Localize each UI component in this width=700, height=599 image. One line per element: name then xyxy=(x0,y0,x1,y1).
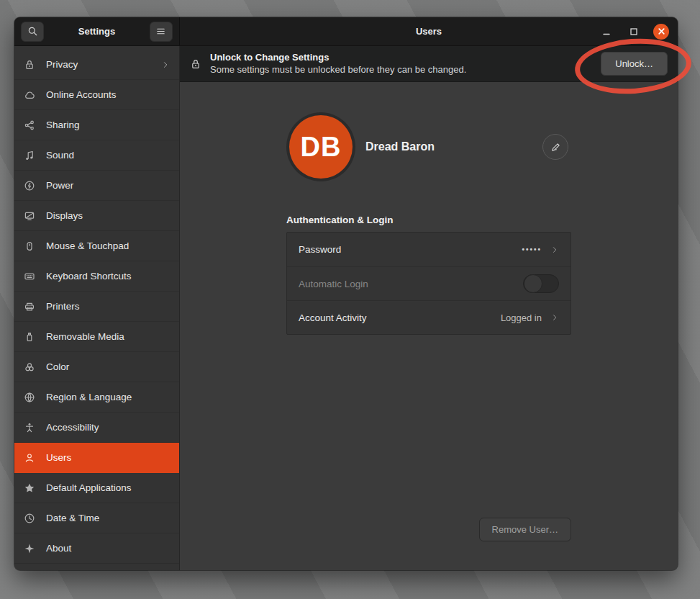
row-label: Automatic Login xyxy=(299,279,368,289)
sidebar-item-label: Displays xyxy=(46,210,83,221)
cloud-icon xyxy=(24,89,35,101)
row-right: ••••• xyxy=(522,246,559,254)
sidebar-item-mouse-touchpad[interactable]: Mouse & Touchpad xyxy=(14,231,179,261)
sidebar-item-accessibility[interactable]: Accessibility xyxy=(14,413,179,443)
lock-icon xyxy=(190,58,201,70)
sidebar-item-keyboard-shortcuts[interactable]: Keyboard Shortcuts xyxy=(14,261,179,292)
display-icon xyxy=(24,210,35,222)
sidebar-item-label: Date & Time xyxy=(46,513,99,523)
sidebar-item-power[interactable]: Power xyxy=(14,171,179,201)
settings-window: Settings Users PrivacyOnline AccountsSha… xyxy=(14,17,678,570)
sidebar-item-date-time[interactable]: Date & Time xyxy=(14,503,179,533)
sidebar-item-displays[interactable]: Displays xyxy=(14,201,179,231)
printer-icon xyxy=(24,301,35,312)
chevron-right-icon xyxy=(550,313,559,322)
sidebar-item-default-applications[interactable]: Default Applications xyxy=(14,473,179,503)
sidebar-item-label: About xyxy=(46,543,71,554)
hamburger-icon xyxy=(155,26,166,37)
color-icon xyxy=(24,361,35,373)
sparkle-icon xyxy=(24,543,35,554)
sidebar-item-label: Privacy xyxy=(46,59,78,70)
window-controls xyxy=(599,24,678,40)
row-value: Logged in xyxy=(501,312,542,323)
remove-user-button[interactable]: Remove User… xyxy=(479,518,571,541)
toggle-knob xyxy=(524,274,542,293)
sidebar-item-label: Printers xyxy=(46,301,80,312)
users-icon xyxy=(24,452,35,464)
automatic-login-toggle[interactable] xyxy=(523,274,559,293)
sidebar-item-label: Accessibility xyxy=(46,422,99,433)
sidebar-item-label: Sharing xyxy=(46,120,80,130)
lock-icon xyxy=(24,59,35,71)
sound-icon xyxy=(24,150,35,161)
maximize-button[interactable] xyxy=(626,24,642,40)
power-icon xyxy=(24,180,35,192)
keyboard-icon xyxy=(24,271,35,282)
usb-icon xyxy=(24,331,35,343)
sidebar-item-label: Users xyxy=(46,452,71,463)
app-title: Settings xyxy=(78,26,115,37)
auth-section-title: Authentication & Login xyxy=(286,215,571,225)
share-icon xyxy=(24,120,35,131)
close-button[interactable] xyxy=(653,24,669,40)
search-button[interactable] xyxy=(21,22,44,42)
globe-icon xyxy=(24,392,35,403)
sidebar-item-sound[interactable]: Sound xyxy=(14,140,179,171)
sidebar-item-region-language[interactable]: Region & Language xyxy=(14,382,179,413)
user-name: Dread Baron xyxy=(365,140,435,153)
maximize-icon xyxy=(629,27,638,36)
sidebar-item-label: Removable Media xyxy=(46,331,124,342)
star-icon xyxy=(24,482,35,494)
row-right xyxy=(523,274,559,293)
clock-icon xyxy=(24,513,35,524)
row-label: Account Activity xyxy=(299,312,367,323)
sidebar-item-label: Keyboard Shortcuts xyxy=(46,271,132,282)
sidebar-item-label: Power xyxy=(46,180,73,191)
sidebar-item-label: Sound xyxy=(46,150,74,161)
close-icon xyxy=(658,27,665,35)
banner-title: Unlock to Change Settings xyxy=(210,52,466,63)
row-right: Logged in xyxy=(501,312,559,323)
sidebar-item-about[interactable]: About xyxy=(14,533,179,564)
sidebar-item-removable-media[interactable]: Removable Media xyxy=(14,322,179,352)
sidebar-item-privacy[interactable]: Privacy xyxy=(14,50,179,80)
unlock-banner: Unlock to Change Settings Some settings … xyxy=(180,46,678,82)
sidebar-item-label: Online Accounts xyxy=(46,89,117,100)
titlebar: Settings Users xyxy=(14,17,678,46)
row-value: ••••• xyxy=(522,246,542,253)
content-column: DB Dread Baron Authentication & Login Pa… xyxy=(286,115,571,335)
sidebar-item-printers[interactable]: Printers xyxy=(14,292,179,322)
main-header: Users xyxy=(180,17,678,45)
pencil-icon xyxy=(550,142,561,153)
settings-row-account-activity[interactable]: Account ActivityLogged in xyxy=(287,300,571,334)
sidebar-header: Settings xyxy=(14,17,180,45)
sidebar-item-color[interactable]: Color xyxy=(14,352,179,382)
banner-subtitle: Some settings must be unlocked before th… xyxy=(210,64,466,76)
user-row: DB Dread Baron xyxy=(286,115,571,179)
minimize-button[interactable] xyxy=(599,24,614,40)
sidebar-item-label: Default Applications xyxy=(46,482,132,493)
sidebar-item-label: Mouse & Touchpad xyxy=(46,240,129,251)
menu-button[interactable] xyxy=(150,22,173,42)
window-body: PrivacyOnline AccountsSharingSoundPowerD… xyxy=(14,46,678,570)
sidebar-item-label: Color xyxy=(46,361,69,372)
chevron-right-icon xyxy=(550,246,559,254)
row-label: Password xyxy=(299,244,341,255)
settings-row-password[interactable]: Password••••• xyxy=(287,233,571,266)
search-icon xyxy=(27,26,38,37)
auth-list: Password•••••Automatic LoginAccount Acti… xyxy=(286,232,571,335)
sidebar-item-label: Region & Language xyxy=(46,392,132,402)
sidebar-item-users[interactable]: Users xyxy=(14,443,179,473)
edit-name-button[interactable] xyxy=(542,134,568,160)
sidebar-item-sharing[interactable]: Sharing xyxy=(14,110,179,140)
avatar: DB xyxy=(289,115,353,179)
sidebar: PrivacyOnline AccountsSharingSoundPowerD… xyxy=(14,46,180,570)
content-area: DB Dread Baron Authentication & Login Pa… xyxy=(180,82,678,570)
unlock-button[interactable]: Unlock… xyxy=(601,52,668,76)
banner-texts: Unlock to Change Settings Some settings … xyxy=(210,52,466,76)
main-panel: Unlock to Change Settings Some settings … xyxy=(180,46,678,570)
accessibility-icon xyxy=(24,422,35,433)
minimize-icon xyxy=(602,27,611,36)
sidebar-item-online-accounts[interactable]: Online Accounts xyxy=(14,80,179,110)
settings-row-automatic-login: Automatic Login xyxy=(287,266,571,300)
